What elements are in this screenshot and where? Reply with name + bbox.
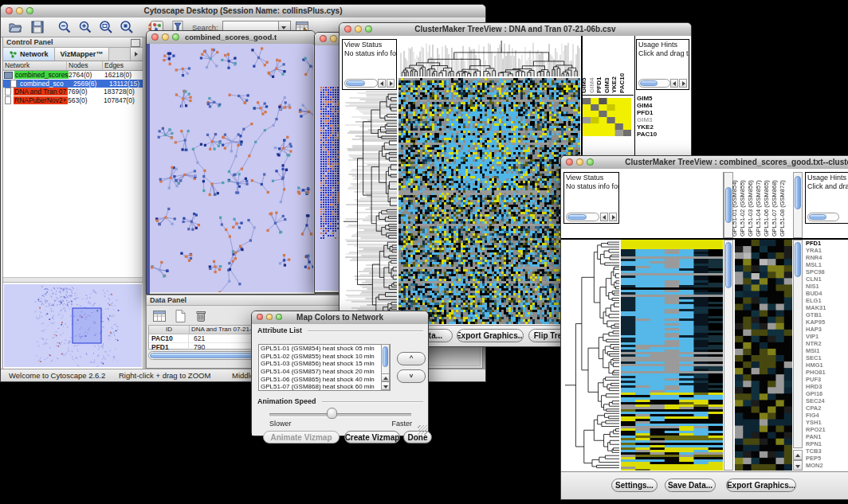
close-button[interactable] [6,7,13,14]
col-edges[interactable]: Edges [103,61,143,70]
zoom-button[interactable] [365,25,372,33]
close-button[interactable] [566,158,573,166]
gene-label[interactable]: RPO21 [806,426,848,433]
col-network[interactable]: Network [3,61,67,70]
gene-label[interactable]: GIM4 [637,102,689,109]
zoom-button[interactable] [26,7,33,14]
zoom-in-icon[interactable] [77,19,93,35]
gene-label[interactable]: PEP5 [806,455,848,462]
list-vscrollbar[interactable] [381,344,390,391]
gene-label[interactable]: SEC24 [806,397,848,404]
zoom-selected-icon[interactable] [98,19,114,35]
network-canvas[interactable] [150,44,313,292]
hscrollbar[interactable] [807,213,839,221]
scroll-left-button[interactable] [670,79,678,88]
gene-label[interactable]: NTR2 [806,340,848,347]
delete-attribute-icon[interactable] [193,308,209,324]
minimize-button[interactable] [16,7,23,14]
gene-label[interactable]: CPA2 [806,404,848,412]
speed-slider-thumb[interactable] [327,408,337,419]
attribute-item[interactable]: GPL51-02 (GSM855) heat shock 10 min [259,353,390,361]
gene-label[interactable]: RNR4 [806,254,848,261]
zoom-fit-icon[interactable] [119,19,135,35]
speed-slider-track[interactable] [269,413,411,417]
gene-label[interactable]: SPC98 [806,268,848,275]
gene-label[interactable]: RPN1 [806,440,848,447]
gene-label[interactable]: CLN1 [806,275,848,283]
gene-list[interactable]: GIM5GIM4PFD1GIM3YKE2PAC10 [637,95,689,138]
network-row[interactable]: DNA and Tran 07769(0)183728(0) [3,88,143,96]
export-graphics-button[interactable]: Export Graphics... [457,329,524,342]
scroll-right-button[interactable] [387,79,395,88]
zoom-heatmap[interactable] [735,240,792,471]
scroll-up-button[interactable] [793,450,803,460]
gene-label[interactable]: MSI1 [806,347,848,354]
scroll-down-button[interactable] [793,460,803,471]
attribute-item[interactable]: GPL51-04 (GSM857) heat shock 20 min [259,368,390,376]
gene-label[interactable]: MSL1 [806,261,848,268]
row-dendrogram[interactable] [563,240,619,471]
gene-label[interactable]: PFD1 [806,240,848,247]
scroll-right-button[interactable] [679,79,687,88]
minimize-button[interactable] [162,33,169,41]
row-dendrogram[interactable] [342,91,397,324]
scroll-left-button[interactable] [378,79,386,88]
vscrollbar[interactable] [793,172,803,238]
dialog-titlebar[interactable]: Map Colors to Network [252,311,428,325]
gene-label[interactable]: MAK31 [806,304,848,311]
gene-label[interactable]: PUF3 [806,376,848,383]
col-nodes[interactable]: Nodes [67,61,103,70]
attribute-item[interactable]: GPL51-03 (GSM856) heat shock 15 min [259,360,390,368]
gene-label[interactable]: PAC10 [637,131,689,138]
gene-label[interactable]: YSH1 [806,419,848,426]
network-row[interactable]: RNAPuberNov2+563(0)107847(0) [3,96,143,105]
close-button[interactable] [257,314,263,320]
main-titlebar[interactable]: Cytoscape Desktop (Session Name: collins… [1,5,485,18]
zoom-button[interactable] [172,33,179,41]
new-attribute-icon[interactable] [172,308,188,324]
gene-label[interactable]: PFD1 [637,109,689,116]
network-row[interactable]: combined_sco2569(6)13112(15) [3,80,143,88]
panel-splitter[interactable] [3,277,143,283]
tab-overflow-button[interactable] [130,48,143,61]
move-down-button[interactable]: v [397,369,426,383]
close-button[interactable] [151,33,159,41]
animate-vizmap-button[interactable]: Animate Vizmap [263,431,340,443]
gene-label[interactable]: FIG4 [806,412,848,419]
settings-button[interactable]: Settings... [611,479,658,492]
gene-label[interactable]: YKE2 [637,123,689,131]
tab-network[interactable]: Network [3,48,55,61]
gene-label[interactable]: PHO81 [806,369,848,376]
attribute-item[interactable]: GPL51-01 (GSM854) heat shock 05 min [259,345,390,353]
gene-label[interactable]: BUD4 [806,290,848,297]
zoom-button[interactable] [276,314,282,320]
minimize-button[interactable] [355,25,362,33]
tab-vizmapper[interactable]: VizMapper™ [55,48,110,61]
network-row[interactable]: combined_scores2764(0)16218(0) [3,71,143,80]
treeview1-titlebar[interactable]: ClusterMaker TreeView : DNA and Tran 07-… [340,23,691,37]
gene-label[interactable]: MON2 [806,462,848,469]
network-view-titlebar[interactable]: combined_scores_good.txt--cluste... [147,31,315,45]
vscrollbar[interactable] [793,240,803,448]
move-up-button[interactable]: ^ [397,352,426,365]
save-data-button[interactable]: Save Data... [665,479,716,492]
hscrollbar[interactable] [344,79,378,88]
column-dendrogram[interactable] [398,39,580,76]
close-button[interactable] [320,35,327,42]
save-session-icon[interactable] [29,19,45,35]
attribute-listbox[interactable]: GPL51-01 (GSM854) heat shock 05 minGPL51… [258,344,391,391]
gene-label[interactable]: KAP95 [806,318,848,326]
gene-label[interactable]: VIP1 [806,333,848,340]
gene-label[interactable]: NIS1 [806,283,848,290]
zoom-out-icon[interactable] [57,19,73,35]
gene-label[interactable]: HRD3 [806,383,848,390]
gene-label[interactable]: PAN1 [806,433,848,440]
select-attributes-icon[interactable] [151,308,167,324]
hscrollbar[interactable] [638,79,670,88]
open-session-icon[interactable] [7,19,23,35]
float-panel-icon[interactable] [131,39,140,47]
gene-label[interactable]: GIM3 [637,116,689,123]
gene-label[interactable]: HMG1 [806,361,848,369]
gene-label[interactable]: GTB1 [806,311,848,318]
minimize-button[interactable] [266,314,273,320]
